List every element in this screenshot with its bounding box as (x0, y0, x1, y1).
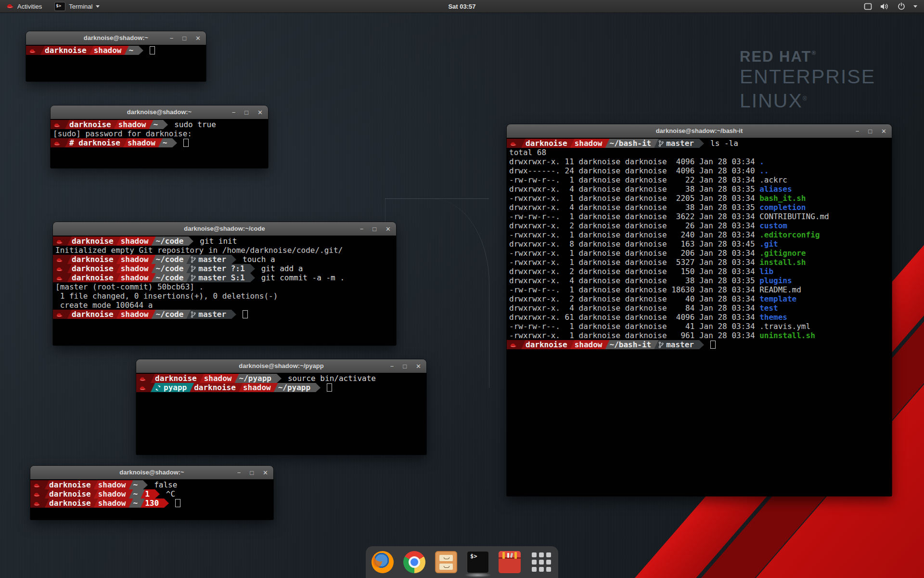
minimize-button[interactable]: − (390, 363, 394, 370)
terminal-content[interactable]: darknoiseshadow~/bash-itmasterls -latota… (507, 138, 892, 496)
prompt-arrow-cap (699, 139, 704, 148)
chrome-icon[interactable] (403, 551, 425, 573)
command-text: source bin/activate (288, 374, 376, 383)
terminal-content[interactable]: darknoiseshadow~falsedarknoiseshadow~1^C… (30, 479, 273, 520)
app-menu-terminal[interactable]: $> Terminal (48, 0, 106, 13)
maximize-button[interactable]: □ (250, 469, 254, 476)
terminal-window-code[interactable]: darknoise@shadow:~/code −□✕ darknoisesha… (53, 222, 396, 345)
output-text: create mode 100644 a (55, 301, 153, 310)
prompt-segment-user: darknoise (189, 383, 243, 392)
output-text: -rw-rw-r--. 1 darknoise darknoise 41 Jan… (509, 322, 810, 331)
maximize-button[interactable]: □ (403, 363, 407, 370)
terminal-content[interactable]: darknoiseshadow~ (26, 45, 206, 81)
minimize-button[interactable]: − (856, 128, 860, 135)
terminal-cursor (175, 499, 180, 507)
terminal-cursor (327, 383, 332, 392)
output-text: -rw-rw-r--. 1 darknoise darknoise 3622 J… (509, 212, 829, 221)
redhat-icon (53, 121, 61, 130)
prompt-segment-user: darknoise (67, 273, 121, 282)
terminal-window-bash-it[interactable]: darknoise@shadow:~/bash-it −□✕ darknoise… (507, 124, 892, 496)
prompt-segment-path: ~/code (151, 273, 191, 282)
close-button[interactable]: ✕ (195, 35, 201, 42)
output-text: Initialized empty Git repository in /hom… (55, 246, 343, 255)
output-text: drwx------. 24 darknoise darknoise 4096 … (509, 166, 759, 175)
prompt-segment-git: master (186, 255, 231, 264)
git-branch-icon (658, 341, 664, 350)
output-line: drwxrwxr-x. 4 darknoise darknoise 38 Jan… (507, 184, 892, 194)
grid-dot (539, 552, 544, 557)
prompt-segment-git: master ?:1 (186, 264, 250, 273)
clasp (502, 552, 505, 559)
window-titlebar[interactable]: darknoise@shadow:~/bash-it −□✕ (507, 124, 892, 138)
redhat-icon (56, 265, 63, 274)
terminal-content[interactable]: darknoiseshadow~sudo true[sudo] password… (51, 119, 268, 168)
output-text: drwxrwxr-x. 4 darknoise darknoise 38 Jan… (509, 203, 759, 212)
prompt-segment-host: shadow (123, 138, 163, 147)
prompt-line: darknoiseshadow~/codemastertouch a (53, 255, 396, 264)
prompt-arrow-cap (250, 273, 255, 282)
prompt-segment-git: master (654, 139, 699, 148)
window-titlebar[interactable]: darknoise@shadow:~/pyapp −□✕ (136, 359, 426, 373)
window-titlebar[interactable]: darknoise@shadow:~/code −□✕ (53, 222, 396, 236)
output-text: [sudo] password for darknoise: (53, 129, 192, 138)
prompt-segment-venv: pyapp (150, 383, 194, 392)
system-status-area[interactable] (864, 0, 924, 13)
command-text: sudo true (174, 120, 216, 129)
terminal-window-sudo[interactable]: darknoise@shadow:~ −□✕ darknoiseshadow~s… (51, 105, 268, 168)
prompt-segment-user: darknoise (150, 374, 204, 383)
terminal-content[interactable]: darknoiseshadow~/pyappsource bin/activat… (136, 373, 426, 455)
command-text: false (154, 480, 177, 489)
redhat-icon (33, 490, 40, 499)
close-button[interactable]: ✕ (257, 109, 263, 116)
activities-button[interactable]: Activities (0, 0, 48, 13)
output-text: -rwxrwxr-x. 1 darknoise darknoise 2205 J… (509, 194, 759, 203)
toolbox-icon[interactable] (499, 551, 521, 573)
grid-dot (546, 552, 551, 557)
volume-icon (880, 3, 889, 10)
minimize-button[interactable]: − (170, 35, 174, 42)
prompt-segment-path: ~/code (151, 264, 191, 273)
terminal-window-home-small[interactable]: darknoise@shadow:~ −□✕ darknoiseshadow~ (26, 31, 206, 81)
minimize-button[interactable]: − (360, 225, 364, 233)
output-line: drwxrwxr-x. 2 darknoise darknoise 150 Ja… (507, 267, 892, 276)
firefox-icon[interactable] (372, 551, 394, 573)
output-line: -rwxrwxr-x. 1 darknoise darknoise 240 Ja… (507, 230, 892, 239)
redhat-icon (33, 481, 40, 490)
minimize-button[interactable]: − (232, 109, 236, 116)
prompt-segment-user: darknoise (64, 120, 118, 129)
prompt-line: # darknoiseshadow~ (51, 138, 268, 147)
prompt-segment-path: ~/pyapp (273, 383, 316, 392)
file-manager-icon[interactable] (435, 551, 457, 573)
prompt-arrow-cap (250, 264, 255, 273)
clock[interactable]: Sat 03:57 (448, 3, 475, 10)
window-titlebar[interactable]: darknoise@shadow:~ −□✕ (51, 105, 268, 119)
maximize-button[interactable]: □ (244, 109, 248, 116)
output-line: drwxrwxr-x. 4 darknoise darknoise 38 Jan… (507, 276, 892, 285)
prompt-line: darknoiseshadow~1^C (30, 489, 273, 499)
maximize-button[interactable]: □ (182, 35, 186, 42)
prompt-line: darknoiseshadow~/codemaster ?:1git add a (53, 264, 396, 273)
maximize-button[interactable]: □ (372, 225, 376, 233)
grid-dot (539, 560, 544, 565)
prompt-arrow-cap (143, 480, 148, 489)
minimize-button[interactable]: − (237, 469, 241, 476)
output-line: -rw-rw-r--. 1 darknoise darknoise 41 Jan… (507, 322, 892, 331)
close-button[interactable]: ✕ (416, 363, 421, 370)
output-line: drwxrwxr-x. 4 darknoise darknoise 38 Jan… (507, 203, 892, 212)
terminal-window-pyapp[interactable]: darknoise@shadow:~/pyapp −□✕ darknoisesh… (136, 359, 426, 455)
filename-dir: custom (759, 221, 787, 230)
close-button[interactable]: ✕ (881, 128, 886, 135)
filename-dir: .git (759, 239, 778, 249)
terminal-content[interactable]: darknoiseshadow~/codegit initInitialized… (53, 236, 396, 345)
close-button[interactable]: ✕ (263, 469, 268, 476)
terminal-dock-icon[interactable]: $> (467, 551, 489, 573)
app-grid-icon[interactable] (530, 551, 552, 573)
window-titlebar[interactable]: darknoise@shadow:~ −□✕ (26, 31, 206, 45)
terminal-cursor (183, 139, 189, 147)
window-titlebar[interactable]: darknoise@shadow:~ −□✕ (30, 466, 273, 480)
maximize-button[interactable]: □ (868, 128, 872, 135)
prompt-line: darknoiseshadow~/codemaster S:1git commi… (53, 273, 396, 282)
close-button[interactable]: ✕ (385, 225, 391, 233)
terminal-window-exitcodes[interactable]: darknoise@shadow:~ −□✕ darknoiseshadow~f… (30, 466, 273, 520)
prompt-segment-host: shadow (116, 310, 156, 319)
